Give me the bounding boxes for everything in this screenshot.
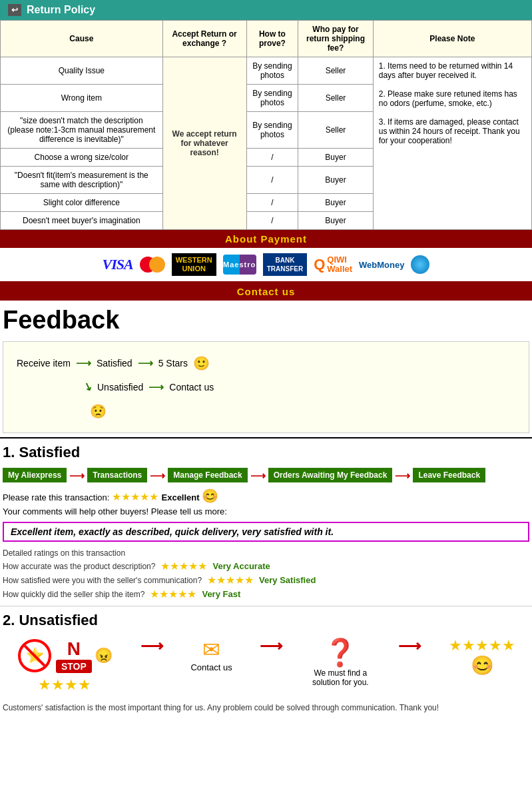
cause-cell: "Doesn't fit(item's measurement is the s… xyxy=(1,167,163,194)
who-cell: Seller xyxy=(298,85,374,112)
arrow-icon: ⟶ xyxy=(150,469,165,482)
question-mark-icon: ❓ xyxy=(324,637,357,668)
arrow-icon: ⟶ xyxy=(140,637,163,656)
nav-aliexpress[interactable]: My Aliexpress xyxy=(3,468,67,482)
rating-label: Excellent xyxy=(162,492,200,502)
satisfaction-text: Customers' satisfaction is the most impo… xyxy=(0,699,532,716)
who-cell: Buyer xyxy=(298,167,374,194)
feedback-flow-line1: Receive item ⟶ Satisfied ⟶ 5 Stars 🙂 xyxy=(17,350,515,377)
col-note: Please Note xyxy=(373,21,531,57)
rating-stars: ★★★★★ xyxy=(112,491,161,502)
frown-emoji: 😟 xyxy=(90,404,107,418)
payment-header: About Payment xyxy=(0,230,532,248)
cause-cell: Choose a wrong size/color xyxy=(1,149,163,167)
maestro-logo: Maestro xyxy=(223,255,256,275)
stars1: ★★★★★ xyxy=(160,560,207,572)
return-policy-title: Return Policy xyxy=(27,4,95,16)
prove-cell: / xyxy=(246,212,298,230)
col-who: Who pay for return shipping fee? xyxy=(298,21,374,57)
stars3: ★★★★★ xyxy=(150,588,196,600)
arrow-down-icon: ↘ xyxy=(80,376,95,399)
policy-table: Cause Accept Return or exchange ? How to… xyxy=(0,20,532,230)
who-cell: Seller xyxy=(298,112,374,149)
cause-cell: "size doesn't match the description (ple… xyxy=(1,112,163,149)
bank-transfer-logo: BANKTRANSFER xyxy=(263,253,307,276)
table-row: Quality Issue We accept return for whate… xyxy=(1,57,532,85)
unsatisfied-section-title: 2. Unsatisfied xyxy=(0,606,532,632)
solution-text: We must find a solution for you. xyxy=(310,668,370,687)
return-policy-header: ↩ Return Policy xyxy=(0,0,532,20)
webmoney-logo: WebMoney xyxy=(359,260,404,270)
feedback-flow-box: Receive item ⟶ Satisfied ⟶ 5 Stars 🙂 ↘ U… xyxy=(3,341,529,433)
cause-cell: Slight color difference xyxy=(1,194,163,212)
arrow-icon: ⟶ xyxy=(148,377,164,398)
visa-logo: VISA xyxy=(103,256,133,273)
cause-cell: Quality Issue xyxy=(1,57,163,85)
contact-us-label: Contact us xyxy=(190,662,232,672)
arrow-icon: ⟶ xyxy=(250,469,266,482)
stop-sign: STOP xyxy=(56,660,92,673)
payment-logos: VISA WESTERNUNION Maestro BANKTRANSFER Q… xyxy=(0,248,532,283)
feedback-title: Feedback xyxy=(0,301,532,337)
prove-cell: By sending photos xyxy=(246,57,298,85)
unsatisfied-flow: ⭐ N STOP 😠 ★★★★ ⟶ ✉ Contact us ⟶ ❓ We mu… xyxy=(0,632,532,699)
prove-cell: / xyxy=(246,167,298,194)
col-accept: Accept Return or exchange ? xyxy=(162,21,246,57)
who-cell: Buyer xyxy=(298,194,374,212)
angry-emoji: 😠 xyxy=(95,647,113,664)
qiwi-logo: Q QIWIWallet xyxy=(314,255,352,275)
who-cell: Buyer xyxy=(298,212,374,230)
rate-row: Please rate this transaction: ★★★★★ Exce… xyxy=(0,486,532,505)
stars-result: ★★★★★ xyxy=(449,637,515,654)
col-prove: How to prove? xyxy=(246,21,298,57)
cause-cell: Wrong item xyxy=(1,85,163,112)
stars-row-bottom: ★★★★ xyxy=(38,676,91,694)
smile-emoji: 🙂 xyxy=(193,350,210,377)
smile-emoji: 😊 xyxy=(202,488,218,503)
cause-cell: Doesn't meet buyer's imagination xyxy=(1,212,163,230)
contact-header: Contact us xyxy=(0,283,532,301)
prove-cell: By sending photos xyxy=(246,112,298,149)
arrow-icon: ⟶ xyxy=(76,353,91,374)
happy-emoji-result: 😊 xyxy=(471,654,494,676)
satisfied-section-title: 1. Satisfied xyxy=(0,437,532,464)
return-icon: ↩ xyxy=(8,4,21,16)
prove-cell: By sending photos xyxy=(246,85,298,112)
who-cell: Buyer xyxy=(298,149,374,167)
arrow-icon: ⟶ xyxy=(398,637,421,656)
nav-leave-feedback[interactable]: Leave Feedback xyxy=(413,468,485,482)
note-cell: 1. Items need to be returned within 14 d… xyxy=(373,57,531,230)
nav-manage-feedback[interactable]: Manage Feedback xyxy=(168,468,247,482)
no-circle-icon: ⭐ xyxy=(18,639,51,672)
nav-transactions[interactable]: Transactions xyxy=(87,468,147,482)
excellent-text-box: Excellent item, exactly as described, qu… xyxy=(3,522,529,542)
accept-cell: We accept return for whatever reason! xyxy=(162,57,246,230)
arrow-icon: ⟶ xyxy=(69,469,85,482)
arrow-icon: ⟶ xyxy=(138,353,153,374)
col-cause: Cause xyxy=(1,21,163,57)
n-letter: N xyxy=(67,638,81,660)
arrow-icon: ⟶ xyxy=(395,469,410,482)
comments-row: Your comments will help other buyers! Pl… xyxy=(0,505,532,518)
stars2: ★★★★★ xyxy=(207,574,254,586)
email-icon: ✉ xyxy=(202,637,220,662)
western-union-logo: WESTERNUNION xyxy=(172,253,216,276)
prove-cell: / xyxy=(246,149,298,167)
mastercard-logo xyxy=(140,257,165,273)
detailed-ratings: Detailed ratings on this transaction How… xyxy=(0,546,532,603)
who-cell: Seller xyxy=(298,57,374,85)
arrow-icon: ⟶ xyxy=(260,637,282,656)
nav-flow: My Aliexpress ⟶ Transactions ⟶ Manage Fe… xyxy=(0,464,532,486)
feedback-flow-line2: ↘ Unsatisfied ⟶ Contact us xyxy=(83,377,515,398)
prove-cell: / xyxy=(246,194,298,212)
globe-icon xyxy=(411,255,429,274)
nav-orders-awaiting[interactable]: Orders Awaiting My Feedback xyxy=(268,468,393,482)
